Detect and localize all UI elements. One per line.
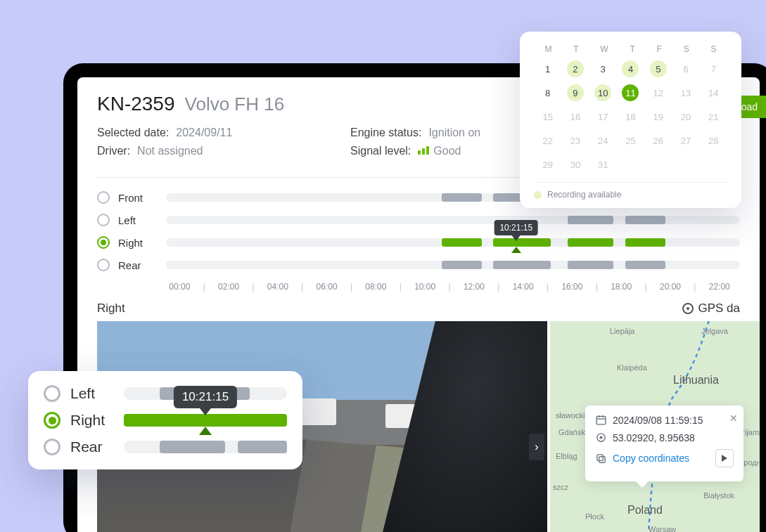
- radio-left[interactable]: [97, 214, 110, 226]
- calendar-day-30[interactable]: 30: [561, 154, 589, 175]
- calendar-popup: MTWTFSS 12345678910111213141516171819202…: [520, 32, 741, 208]
- calendar-grid: 1234567891011121314151617181920212223242…: [534, 58, 727, 175]
- svg-rect-7: [597, 454, 604, 460]
- signal-level-label: Signal level:: [350, 145, 411, 157]
- calendar-day-19[interactable]: 19: [644, 106, 672, 127]
- calendar-day-31[interactable]: 31: [589, 154, 617, 175]
- calendar-day-8[interactable]: 8: [534, 82, 561, 103]
- zoom-row-rear[interactable]: Rear: [44, 439, 287, 455]
- copy-coordinates-link[interactable]: Copy coordinates: [613, 453, 689, 464]
- svg-point-5: [599, 436, 602, 439]
- calendar-day-17[interactable]: 17: [589, 106, 617, 127]
- calendar-day-1[interactable]: 1: [534, 58, 561, 79]
- zoom-label-right: Right: [70, 412, 114, 429]
- zoom-radio-right[interactable]: [44, 412, 60, 429]
- calendar-day-7[interactable]: 7: [700, 58, 727, 79]
- engine-status-label: Engine status:: [350, 126, 421, 139]
- zoomed-timeline-panel: Left Right 10:21:15 Rear: [28, 371, 302, 469]
- zoom-timeline-right[interactable]: 10:21:15: [124, 414, 287, 427]
- selected-date-value: 2024/09/11: [176, 126, 232, 139]
- popup-coordinates: 53.02920, 8.95638: [613, 432, 695, 443]
- calendar-day-3[interactable]: 3: [589, 58, 617, 79]
- calendar-day-12[interactable]: 12: [644, 82, 672, 103]
- vehicle-plate: KN-2359: [97, 93, 175, 115]
- timeline-left[interactable]: [166, 216, 740, 224]
- engine-status-value: Ignition on: [428, 126, 480, 139]
- calendar-day-5[interactable]: 5: [644, 58, 672, 79]
- playhead-icon[interactable]: [511, 247, 521, 253]
- svg-rect-6: [599, 456, 606, 462]
- zoom-row-left[interactable]: Left: [44, 385, 287, 402]
- calendar-day-24[interactable]: 24: [589, 130, 617, 151]
- driver-label: Driver:: [97, 145, 130, 157]
- calendar-icon: [595, 414, 607, 426]
- timeline-right[interactable]: 10:21:15: [166, 238, 740, 247]
- radio-front[interactable]: [97, 191, 110, 204]
- time-marker-value: 10:21:15: [494, 220, 538, 235]
- play-button[interactable]: [715, 449, 734, 467]
- calendar-day-13[interactable]: 13: [672, 82, 699, 103]
- copy-icon: [595, 453, 607, 465]
- vehicle-model: Volvo FH 16: [185, 93, 285, 115]
- popup-datetime: 2024/09/08 11:59:15: [613, 415, 703, 426]
- camera-label-rear: Rear: [118, 259, 158, 271]
- calendar-day-20[interactable]: 20: [672, 106, 699, 127]
- driver-value: Not assigned: [137, 145, 203, 157]
- calendar-day-9[interactable]: 9: [561, 82, 589, 103]
- calendar-day-16[interactable]: 16: [561, 106, 589, 127]
- calendar-day-18[interactable]: 18: [617, 106, 644, 127]
- gps-map[interactable]: Lithuania Poland Liepāja Jelgava Klaipėd…: [550, 321, 760, 532]
- calendar-day-27[interactable]: 27: [672, 130, 699, 151]
- calendar-day-10[interactable]: 10: [589, 82, 617, 103]
- time-marker[interactable]: 10:21:15: [494, 220, 538, 241]
- camera-row-left[interactable]: Left: [97, 210, 740, 230]
- timeline-rear[interactable]: [166, 261, 740, 269]
- camera-row-right[interactable]: Right 10:21:15: [97, 233, 740, 252]
- signal-level-value: Good: [418, 145, 461, 157]
- calendar-day-26[interactable]: 26: [644, 130, 672, 151]
- calendar-day-6[interactable]: 6: [672, 58, 699, 79]
- location-icon: [595, 432, 607, 443]
- map-country-poland: Poland: [627, 504, 663, 517]
- zoom-label-rear: Rear: [70, 439, 114, 455]
- zoom-time-marker[interactable]: 10:21:15: [174, 386, 237, 415]
- zoom-playhead-icon[interactable]: [199, 427, 212, 435]
- zoom-timeline-rear[interactable]: [124, 441, 287, 453]
- calendar-day-28[interactable]: 28: [700, 130, 727, 151]
- close-icon[interactable]: ✕: [729, 413, 738, 424]
- camera-label-right: Right: [118, 237, 158, 249]
- signal-bars-icon: [418, 146, 429, 155]
- next-frame-button[interactable]: ›: [529, 434, 544, 460]
- calendar-day-4[interactable]: 4: [617, 58, 644, 79]
- radio-right[interactable]: [97, 236, 110, 249]
- map-country-lithuania: Lithuania: [673, 374, 719, 387]
- camera-label-left: Left: [118, 214, 158, 226]
- radio-rear[interactable]: [97, 259, 110, 271]
- zoom-label-left: Left: [70, 385, 114, 402]
- timeline-ticks: 00:00| 02:00| 04:00| 06:00| 08:00| 10:00…: [77, 278, 760, 292]
- calendar-day-25[interactable]: 25: [617, 130, 644, 151]
- camera-row-rear[interactable]: Rear: [97, 255, 740, 275]
- calendar-day-2[interactable]: 2: [561, 58, 589, 79]
- calendar-day-21[interactable]: 21: [700, 106, 727, 127]
- calendar-day-23[interactable]: 23: [561, 130, 589, 151]
- calendar-legend: Recording available: [534, 182, 727, 200]
- zoom-row-right[interactable]: Right 10:21:15: [44, 412, 287, 429]
- calendar-day-15[interactable]: 15: [534, 106, 561, 127]
- calendar-day-14[interactable]: 14: [700, 82, 727, 103]
- map-popup: ✕ 2024/09/08 11:59:15 53.02920, 8.95638 …: [585, 406, 743, 481]
- target-icon: [682, 303, 694, 314]
- zoom-radio-left[interactable]: [44, 385, 60, 402]
- active-camera-title: Right: [97, 301, 125, 316]
- calendar-day-29[interactable]: 29: [534, 154, 561, 175]
- gps-data-link[interactable]: GPS da: [682, 301, 740, 316]
- calendar-weekdays: MTWTFSS: [534, 44, 727, 54]
- legend-swatch-icon: [534, 191, 542, 199]
- svg-rect-0: [596, 417, 606, 424]
- camera-label-front: Front: [118, 192, 158, 204]
- selected-date-label: Selected date:: [97, 126, 169, 139]
- zoom-radio-rear[interactable]: [44, 439, 60, 455]
- calendar-day-22[interactable]: 22: [534, 130, 561, 151]
- calendar-day-11[interactable]: 11: [617, 82, 644, 103]
